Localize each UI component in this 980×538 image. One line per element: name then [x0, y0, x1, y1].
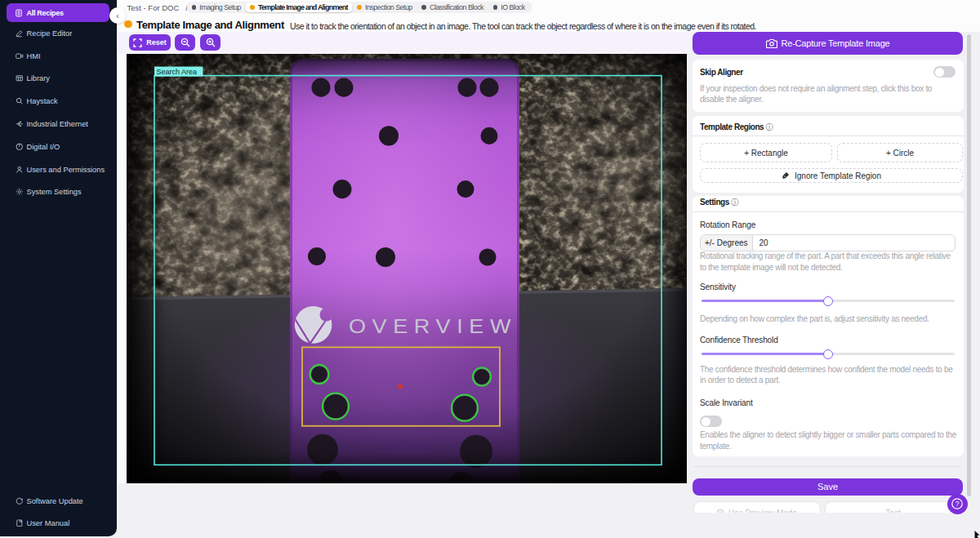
svg-text:?: ?: [956, 500, 960, 508]
svg-text:Search Area: Search Area: [157, 68, 197, 76]
